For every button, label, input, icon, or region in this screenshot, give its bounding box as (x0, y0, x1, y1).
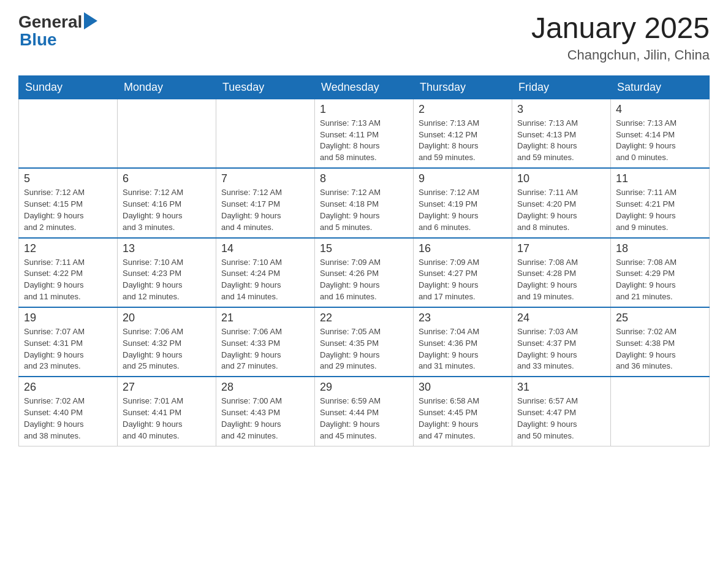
day-info: Sunrise: 7:06 AMSunset: 4:32 PMDaylight:… (123, 326, 211, 372)
week-row-5: 26Sunrise: 7:02 AMSunset: 4:40 PMDayligh… (19, 377, 710, 446)
day-cell: 14Sunrise: 7:10 AMSunset: 4:24 PMDayligh… (216, 238, 315, 307)
day-number: 6 (123, 172, 211, 185)
day-number: 19 (24, 312, 112, 324)
day-cell: 20Sunrise: 7:06 AMSunset: 4:32 PMDayligh… (118, 307, 216, 377)
day-cell: 22Sunrise: 7:05 AMSunset: 4:35 PMDayligh… (315, 307, 414, 377)
day-number: 31 (517, 381, 605, 394)
day-number: 9 (419, 172, 507, 185)
week-row-3: 12Sunrise: 7:11 AMSunset: 4:22 PMDayligh… (19, 238, 710, 307)
day-info: Sunrise: 7:13 AMSunset: 4:12 PMDaylight:… (419, 118, 507, 164)
day-cell: 2Sunrise: 7:13 AMSunset: 4:12 PMDaylight… (414, 99, 512, 168)
logo-triangle-icon (84, 12, 97, 29)
header-row: SundayMondayTuesdayWednesdayThursdayFrid… (19, 75, 710, 99)
day-cell: 11Sunrise: 7:11 AMSunset: 4:21 PMDayligh… (611, 168, 710, 237)
day-number: 26 (24, 381, 112, 394)
header-cell-wednesday: Wednesday (315, 75, 414, 99)
day-number: 5 (24, 172, 112, 185)
svg-marker-0 (84, 12, 97, 29)
header-cell-friday: Friday (512, 75, 611, 99)
day-info: Sunrise: 7:11 AMSunset: 4:20 PMDaylight:… (517, 187, 605, 233)
day-cell: 5Sunrise: 7:12 AMSunset: 4:15 PMDaylight… (19, 168, 118, 237)
day-number: 2 (419, 103, 507, 116)
day-cell: 23Sunrise: 7:04 AMSunset: 4:36 PMDayligh… (414, 307, 512, 377)
day-cell (19, 99, 118, 168)
day-cell: 13Sunrise: 7:10 AMSunset: 4:23 PMDayligh… (118, 238, 216, 307)
day-cell: 28Sunrise: 7:00 AMSunset: 4:43 PMDayligh… (216, 377, 315, 446)
logo: General Blue (18, 12, 97, 48)
day-number: 27 (123, 381, 211, 394)
day-cell: 3Sunrise: 7:13 AMSunset: 4:13 PMDaylight… (512, 99, 611, 168)
day-number: 11 (616, 172, 704, 185)
day-cell: 25Sunrise: 7:02 AMSunset: 4:38 PMDayligh… (611, 307, 710, 377)
day-info: Sunrise: 7:05 AMSunset: 4:35 PMDaylight:… (320, 326, 408, 372)
day-info: Sunrise: 7:13 AMSunset: 4:14 PMDaylight:… (616, 118, 704, 164)
day-info: Sunrise: 7:08 AMSunset: 4:29 PMDaylight:… (616, 257, 704, 303)
day-info: Sunrise: 7:06 AMSunset: 4:33 PMDaylight:… (221, 326, 309, 372)
day-cell (611, 377, 710, 446)
day-cell: 30Sunrise: 6:58 AMSunset: 4:45 PMDayligh… (414, 377, 512, 446)
day-number: 14 (221, 242, 309, 255)
day-info: Sunrise: 7:07 AMSunset: 4:31 PMDaylight:… (24, 326, 112, 372)
day-info: Sunrise: 7:11 AMSunset: 4:21 PMDaylight:… (616, 187, 704, 233)
day-number: 30 (419, 381, 507, 394)
day-cell: 9Sunrise: 7:12 AMSunset: 4:19 PMDaylight… (414, 168, 512, 237)
header-cell-thursday: Thursday (414, 75, 512, 99)
day-number: 13 (123, 242, 211, 255)
day-cell: 10Sunrise: 7:11 AMSunset: 4:20 PMDayligh… (512, 168, 611, 237)
day-cell: 27Sunrise: 7:01 AMSunset: 4:41 PMDayligh… (118, 377, 216, 446)
day-number: 16 (419, 242, 507, 255)
day-number: 18 (616, 242, 704, 255)
calendar-title: January 2025 (531, 12, 710, 45)
day-info: Sunrise: 7:02 AMSunset: 4:38 PMDaylight:… (616, 326, 704, 372)
calendar-table: SundayMondayTuesdayWednesdayThursdayFrid… (18, 75, 710, 446)
day-info: Sunrise: 7:10 AMSunset: 4:23 PMDaylight:… (123, 257, 211, 303)
day-cell: 7Sunrise: 7:12 AMSunset: 4:17 PMDaylight… (216, 168, 315, 237)
day-cell: 31Sunrise: 6:57 AMSunset: 4:47 PMDayligh… (512, 377, 611, 446)
day-cell: 6Sunrise: 7:12 AMSunset: 4:16 PMDaylight… (118, 168, 216, 237)
day-cell (118, 99, 216, 168)
day-info: Sunrise: 7:04 AMSunset: 4:36 PMDaylight:… (419, 326, 507, 372)
day-number: 8 (320, 172, 408, 185)
calendar-subtitle: Changchun, Jilin, China (531, 47, 710, 63)
day-number: 21 (221, 312, 309, 324)
week-row-2: 5Sunrise: 7:12 AMSunset: 4:15 PMDaylight… (19, 168, 710, 237)
day-number: 3 (517, 103, 605, 116)
day-number: 29 (320, 381, 408, 394)
day-number: 20 (123, 312, 211, 324)
day-info: Sunrise: 6:58 AMSunset: 4:45 PMDaylight:… (419, 396, 507, 442)
day-number: 4 (616, 103, 704, 116)
day-number: 22 (320, 312, 408, 324)
day-info: Sunrise: 7:13 AMSunset: 4:11 PMDaylight:… (320, 118, 408, 164)
day-number: 28 (221, 381, 309, 394)
header-cell-tuesday: Tuesday (216, 75, 315, 99)
day-cell: 1Sunrise: 7:13 AMSunset: 4:11 PMDaylight… (315, 99, 414, 168)
day-info: Sunrise: 7:12 AMSunset: 4:15 PMDaylight:… (24, 187, 112, 233)
day-number: 23 (419, 312, 507, 324)
day-cell: 8Sunrise: 7:12 AMSunset: 4:18 PMDaylight… (315, 168, 414, 237)
header-cell-sunday: Sunday (19, 75, 118, 99)
day-number: 7 (221, 172, 309, 185)
week-row-4: 19Sunrise: 7:07 AMSunset: 4:31 PMDayligh… (19, 307, 710, 377)
day-number: 25 (616, 312, 704, 324)
day-cell: 4Sunrise: 7:13 AMSunset: 4:14 PMDaylight… (611, 99, 710, 168)
week-row-1: 1Sunrise: 7:13 AMSunset: 4:11 PMDaylight… (19, 99, 710, 168)
day-info: Sunrise: 7:08 AMSunset: 4:28 PMDaylight:… (517, 257, 605, 303)
day-info: Sunrise: 7:12 AMSunset: 4:16 PMDaylight:… (123, 187, 211, 233)
day-info: Sunrise: 7:12 AMSunset: 4:18 PMDaylight:… (320, 187, 408, 233)
header: General Blue January 2025 Changchun, Jil… (18, 12, 710, 63)
day-number: 12 (24, 242, 112, 255)
day-cell: 17Sunrise: 7:08 AMSunset: 4:28 PMDayligh… (512, 238, 611, 307)
logo-general-text: General (18, 13, 82, 31)
day-info: Sunrise: 7:03 AMSunset: 4:37 PMDaylight:… (517, 326, 605, 372)
day-info: Sunrise: 6:57 AMSunset: 4:47 PMDaylight:… (517, 396, 605, 442)
day-info: Sunrise: 7:13 AMSunset: 4:13 PMDaylight:… (517, 118, 605, 164)
day-info: Sunrise: 7:00 AMSunset: 4:43 PMDaylight:… (221, 396, 309, 442)
day-info: Sunrise: 7:09 AMSunset: 4:27 PMDaylight:… (419, 257, 507, 303)
day-info: Sunrise: 7:12 AMSunset: 4:19 PMDaylight:… (419, 187, 507, 233)
day-cell: 16Sunrise: 7:09 AMSunset: 4:27 PMDayligh… (414, 238, 512, 307)
day-cell: 26Sunrise: 7:02 AMSunset: 4:40 PMDayligh… (19, 377, 118, 446)
day-number: 10 (517, 172, 605, 185)
day-info: Sunrise: 7:09 AMSunset: 4:26 PMDaylight:… (320, 257, 408, 303)
day-cell: 21Sunrise: 7:06 AMSunset: 4:33 PMDayligh… (216, 307, 315, 377)
day-cell: 12Sunrise: 7:11 AMSunset: 4:22 PMDayligh… (19, 238, 118, 307)
